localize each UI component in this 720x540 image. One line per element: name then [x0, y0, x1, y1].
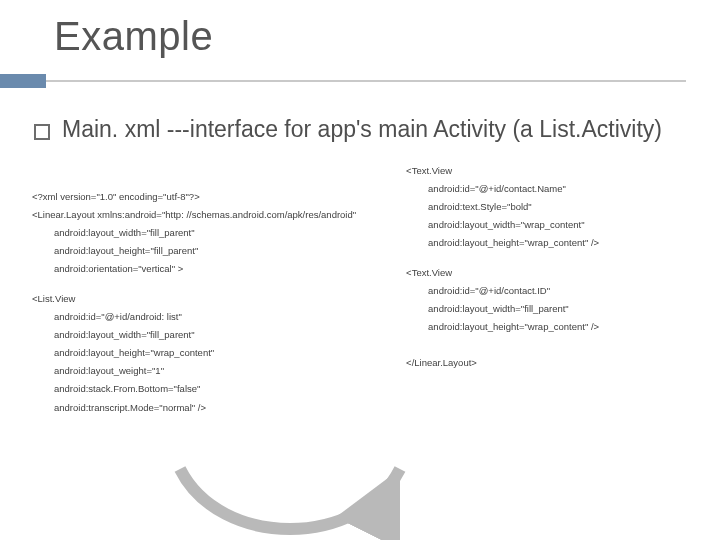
code-line: android:orientation="vertical" >	[32, 260, 406, 278]
slide-title: Example	[54, 14, 213, 59]
code-line: android:layout_height="wrap_content" />	[406, 318, 700, 336]
bullet-square-icon	[34, 124, 50, 140]
code-line: android:id="@+id/contact.Name"	[406, 180, 700, 198]
code-line: <Linear.Layout xmlns:android="http: //sc…	[32, 206, 406, 224]
code-line: <Text.View	[406, 264, 700, 282]
code-line: android:layout_height="wrap_content"	[32, 344, 406, 362]
code-line: android:layout_height="wrap_content" />	[406, 234, 700, 252]
code-line: android:layout_width="fill_parent"	[32, 224, 406, 242]
code-line: android:layout_width="wrap_content"	[406, 216, 700, 234]
code-line: </Linear.Layout>	[406, 354, 700, 372]
code-line: android:id="@+id/contact.ID"	[406, 282, 700, 300]
slide: Example Main. xml ---interface for app's…	[0, 0, 720, 540]
accent-bar	[0, 74, 46, 88]
code-line: android:transcript.Mode="normal" />	[32, 399, 406, 417]
code-line: android:layout_weight="1"	[32, 362, 406, 380]
code-line: <List.View	[32, 290, 406, 308]
code-columns: <?xml version="1.0" encoding="utf-8"?> <…	[32, 188, 700, 520]
code-line: android:layout_height="fill_parent"	[32, 242, 406, 260]
code-left-column: <?xml version="1.0" encoding="utf-8"?> <…	[32, 188, 406, 520]
code-line: <?xml version="1.0" encoding="utf-8"?>	[32, 188, 406, 206]
code-line: android:stack.From.Bottom="false"	[32, 380, 406, 398]
code-line: <Text.View	[406, 162, 700, 180]
code-line: android:layout_width="fill_parent"	[406, 300, 700, 318]
code-line: android:text.Style="bold"	[406, 198, 700, 216]
bullet-item: Main. xml ---interface for app's main Ac…	[34, 116, 680, 144]
divider	[46, 80, 686, 82]
code-line: android:layout_width="fill_parent"	[32, 326, 406, 344]
code-right-column: <Text.View android:id="@+id/contact.Name…	[406, 162, 700, 494]
code-line: android:id="@+id/android: list"	[32, 308, 406, 326]
bullet-text: Main. xml ---interface for app's main Ac…	[62, 116, 662, 144]
